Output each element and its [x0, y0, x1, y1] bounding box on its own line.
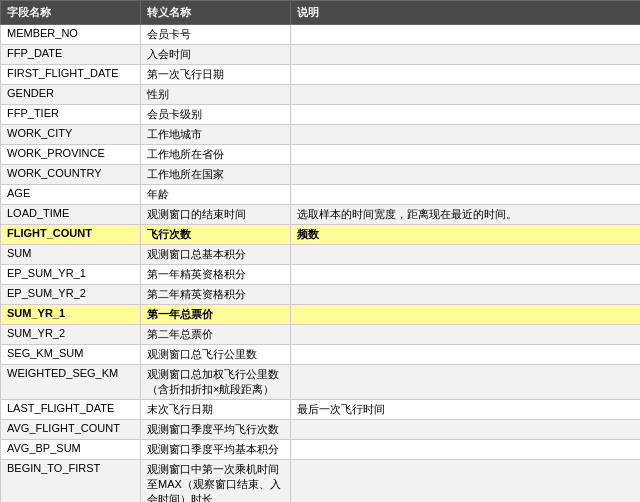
alias-name: 工作地所在省份 — [141, 145, 291, 165]
alias-name: 会员卡级别 — [141, 105, 291, 125]
field-name: FLIGHT_COUNT — [1, 225, 141, 245]
description — [291, 460, 641, 503]
alias-name: 会员卡号 — [141, 25, 291, 45]
description — [291, 420, 641, 440]
description — [291, 165, 641, 185]
description — [291, 305, 641, 325]
table-row: LAST_FLIGHT_DATE末次飞行日期最后一次飞行时间 — [1, 400, 641, 420]
field-name: AVG_FLIGHT_COUNT — [1, 420, 141, 440]
description — [291, 125, 641, 145]
table-row: SUM观测窗口总基本积分 — [1, 245, 641, 265]
table-row: SUM_YR_1第一年总票价 — [1, 305, 641, 325]
alias-name: 末次飞行日期 — [141, 400, 291, 420]
table-row: EP_SUM_YR_1第一年精英资格积分 — [1, 265, 641, 285]
description — [291, 265, 641, 285]
description — [291, 105, 641, 125]
field-name: WORK_PROVINCE — [1, 145, 141, 165]
description — [291, 85, 641, 105]
table-row: FFP_DATE入会时间 — [1, 45, 641, 65]
field-name: FIRST_FLIGHT_DATE — [1, 65, 141, 85]
description — [291, 45, 641, 65]
description — [291, 65, 641, 85]
alias-name: 观测窗口的结束时间 — [141, 205, 291, 225]
table-row: WEIGHTED_SEG_KM观测窗口总加权飞行公里数（含折扣折扣×航段距离） — [1, 365, 641, 400]
description: 选取样本的时间宽度，距离现在最近的时间。 — [291, 205, 641, 225]
alias-name: 观测窗口季度平均飞行次数 — [141, 420, 291, 440]
field-name: AVG_BP_SUM — [1, 440, 141, 460]
description — [291, 185, 641, 205]
table-row: AGE年龄 — [1, 185, 641, 205]
field-name: AGE — [1, 185, 141, 205]
field-name: SUM_YR_2 — [1, 325, 141, 345]
description — [291, 25, 641, 45]
table-row: BEGIN_TO_FIRST观测窗口中第一次乘机时间至MAX（观察窗口结束、入会… — [1, 460, 641, 503]
field-name: MEMBER_NO — [1, 25, 141, 45]
field-name: EP_SUM_YR_1 — [1, 265, 141, 285]
field-name: EP_SUM_YR_2 — [1, 285, 141, 305]
field-name: GENDER — [1, 85, 141, 105]
table-row: WORK_COUNTRY工作地所在国家 — [1, 165, 641, 185]
description — [291, 365, 641, 400]
field-name: FFP_DATE — [1, 45, 141, 65]
table-row: AVG_FLIGHT_COUNT观测窗口季度平均飞行次数 — [1, 420, 641, 440]
field-name: SEG_KM_SUM — [1, 345, 141, 365]
alias-name: 观测窗口总加权飞行公里数（含折扣折扣×航段距离） — [141, 365, 291, 400]
table-row: SUM_YR_2第二年总票价 — [1, 325, 641, 345]
description — [291, 145, 641, 165]
table-row: SEG_KM_SUM观测窗口总飞行公里数 — [1, 345, 641, 365]
alias-name: 观测窗口中第一次乘机时间至MAX（观察窗口结束、入会时间）时长 — [141, 460, 291, 503]
header-alias: 转义名称 — [141, 1, 291, 25]
description — [291, 245, 641, 265]
description — [291, 325, 641, 345]
description — [291, 285, 641, 305]
field-name: SUM — [1, 245, 141, 265]
field-name: WORK_CITY — [1, 125, 141, 145]
table-row: GENDER性别 — [1, 85, 641, 105]
description: 最后一次飞行时间 — [291, 400, 641, 420]
data-dictionary-table: 字段名称 转义名称 说明 MEMBER_NO会员卡号FFP_DATE入会时间FI… — [0, 0, 640, 502]
alias-name: 飞行次数 — [141, 225, 291, 245]
table-row: MEMBER_NO会员卡号 — [1, 25, 641, 45]
alias-name: 观测窗口总基本积分 — [141, 245, 291, 265]
field-name: BEGIN_TO_FIRST — [1, 460, 141, 503]
field-name: LAST_FLIGHT_DATE — [1, 400, 141, 420]
alias-name: 第一年总票价 — [141, 305, 291, 325]
table-row: WORK_PROVINCE工作地所在省份 — [1, 145, 641, 165]
table-row: EP_SUM_YR_2第二年精英资格积分 — [1, 285, 641, 305]
field-name: LOAD_TIME — [1, 205, 141, 225]
alias-name: 入会时间 — [141, 45, 291, 65]
description: 频数 — [291, 225, 641, 245]
description — [291, 440, 641, 460]
alias-name: 观测窗口总飞行公里数 — [141, 345, 291, 365]
alias-name: 第二年总票价 — [141, 325, 291, 345]
alias-name: 工作地城市 — [141, 125, 291, 145]
table-row: LOAD_TIME观测窗口的结束时间选取样本的时间宽度，距离现在最近的时间。 — [1, 205, 641, 225]
header-desc: 说明 — [291, 1, 641, 25]
alias-name: 工作地所在国家 — [141, 165, 291, 185]
field-name: FFP_TIER — [1, 105, 141, 125]
table-row: WORK_CITY工作地城市 — [1, 125, 641, 145]
field-name: SUM_YR_1 — [1, 305, 141, 325]
field-name: WEIGHTED_SEG_KM — [1, 365, 141, 400]
alias-name: 性别 — [141, 85, 291, 105]
header-field: 字段名称 — [1, 1, 141, 25]
alias-name: 观测窗口季度平均基本积分 — [141, 440, 291, 460]
alias-name: 第一次飞行日期 — [141, 65, 291, 85]
alias-name: 年龄 — [141, 185, 291, 205]
table-row: FLIGHT_COUNT飞行次数频数 — [1, 225, 641, 245]
table-row: FFP_TIER会员卡级别 — [1, 105, 641, 125]
table-row: FIRST_FLIGHT_DATE第一次飞行日期 — [1, 65, 641, 85]
alias-name: 第一年精英资格积分 — [141, 265, 291, 285]
description — [291, 345, 641, 365]
field-name: WORK_COUNTRY — [1, 165, 141, 185]
alias-name: 第二年精英资格积分 — [141, 285, 291, 305]
table-row: AVG_BP_SUM观测窗口季度平均基本积分 — [1, 440, 641, 460]
